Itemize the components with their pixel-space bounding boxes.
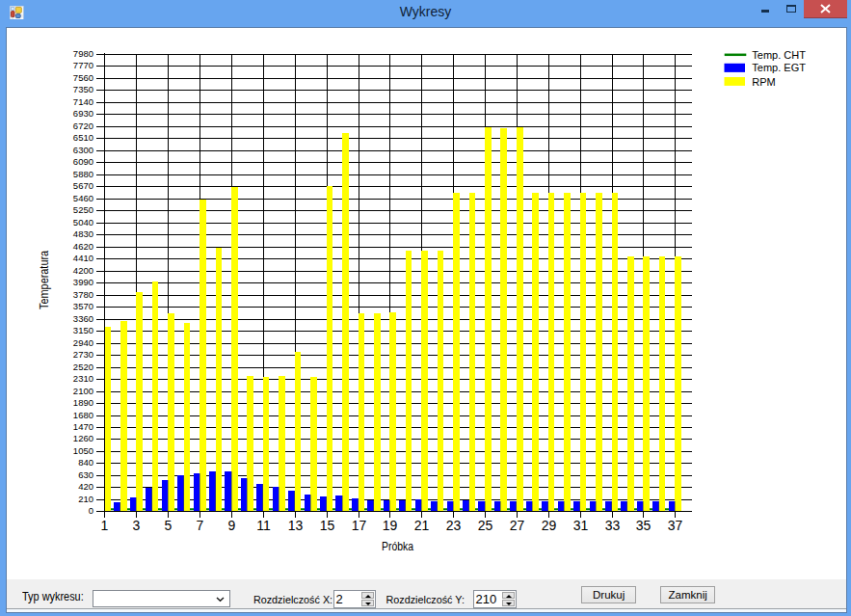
svg-text:Temperatura: Temperatura (37, 251, 50, 309)
svg-text:3780: 3780 (73, 289, 93, 300)
svg-text:2940: 2940 (73, 337, 93, 348)
svg-text:2730: 2730 (73, 349, 93, 360)
svg-text:33: 33 (605, 518, 621, 533)
svg-text:2100: 2100 (73, 386, 93, 396)
svg-text:7140: 7140 (73, 96, 93, 107)
svg-text:19: 19 (383, 518, 398, 533)
svg-text:5460: 5460 (73, 193, 93, 203)
svg-text:2310: 2310 (73, 373, 93, 384)
svg-text:6300: 6300 (73, 145, 93, 155)
svg-text:0: 0 (89, 505, 93, 516)
svg-text:9: 9 (228, 518, 236, 533)
svg-text:4620: 4620 (73, 241, 93, 252)
svg-text:17: 17 (352, 518, 367, 533)
svg-text:RPM: RPM (752, 76, 775, 88)
svg-text:3990: 3990 (73, 277, 93, 287)
svg-text:21: 21 (414, 518, 430, 533)
svg-text:4200: 4200 (73, 265, 93, 276)
svg-text:7770: 7770 (73, 60, 93, 70)
svg-text:31: 31 (573, 518, 589, 533)
svg-text:15: 15 (320, 518, 335, 533)
svg-text:Próbka: Próbka (382, 540, 413, 553)
svg-text:5040: 5040 (73, 217, 93, 228)
svg-text:7980: 7980 (73, 48, 93, 59)
svg-text:1050: 1050 (73, 445, 93, 456)
svg-text:3: 3 (133, 518, 141, 533)
svg-text:5880: 5880 (73, 169, 93, 179)
svg-text:4410: 4410 (73, 253, 93, 263)
svg-text:6930: 6930 (73, 108, 93, 119)
svg-text:3360: 3360 (73, 313, 93, 324)
svg-text:6090: 6090 (73, 156, 93, 167)
svg-text:1470: 1470 (73, 421, 93, 432)
svg-text:37: 37 (668, 518, 683, 533)
svg-text:7350: 7350 (73, 84, 93, 94)
svg-text:210: 210 (78, 494, 93, 504)
svg-text:23: 23 (446, 518, 462, 533)
svg-text:3150: 3150 (73, 325, 93, 335)
svg-text:4830: 4830 (73, 228, 93, 239)
svg-text:840: 840 (78, 457, 93, 468)
svg-text:11: 11 (256, 518, 271, 533)
svg-text:29: 29 (542, 518, 557, 533)
svg-text:7560: 7560 (73, 72, 93, 83)
svg-text:6510: 6510 (73, 132, 93, 143)
svg-text:6720: 6720 (73, 121, 93, 131)
svg-text:27: 27 (510, 518, 525, 533)
svg-text:Temp. CHT: Temp. CHT (752, 49, 806, 61)
svg-text:35: 35 (636, 518, 652, 533)
svg-text:25: 25 (478, 518, 493, 533)
svg-text:420: 420 (78, 481, 93, 492)
svg-text:1680: 1680 (73, 410, 93, 420)
svg-text:1260: 1260 (73, 433, 93, 443)
svg-text:1890: 1890 (73, 397, 93, 408)
svg-text:5250: 5250 (73, 204, 93, 215)
svg-text:Temp. EGT: Temp. EGT (752, 62, 806, 73)
svg-text:1: 1 (101, 518, 109, 533)
svg-text:2520: 2520 (73, 362, 93, 372)
svg-text:3570: 3570 (73, 301, 93, 311)
svg-text:5: 5 (165, 518, 173, 533)
svg-text:13: 13 (288, 518, 304, 533)
svg-text:5670: 5670 (73, 180, 93, 191)
svg-text:630: 630 (78, 469, 93, 480)
svg-text:7: 7 (197, 518, 204, 533)
